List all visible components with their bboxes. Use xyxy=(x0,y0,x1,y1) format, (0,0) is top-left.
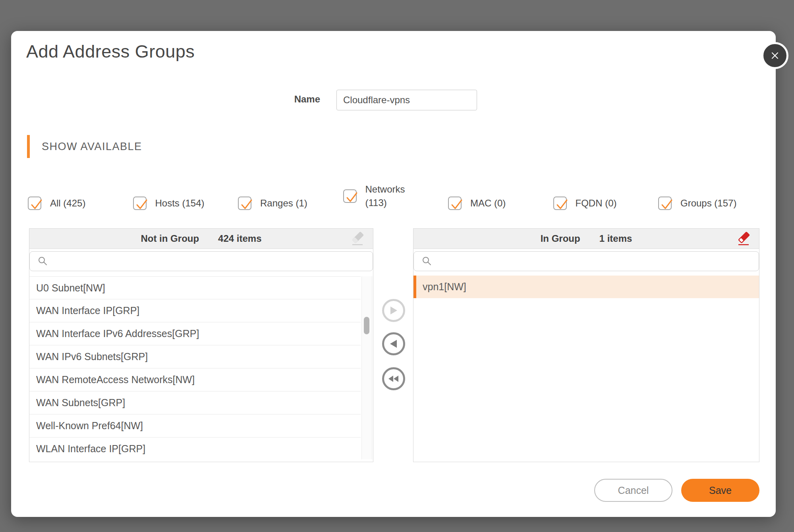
left-list-scrollbar[interactable] xyxy=(361,276,372,459)
search-icon xyxy=(422,256,432,266)
filter-mac[interactable]: MAC (0) xyxy=(448,189,506,218)
name-input[interactable] xyxy=(336,90,477,110)
filter-label-networks: Networks (113) xyxy=(365,183,407,209)
save-button[interactable]: Save xyxy=(681,479,759,502)
in-group-header: In Group 1 items xyxy=(413,229,759,249)
checkbox-mac[interactable] xyxy=(448,197,462,210)
filter-label-all: All (425) xyxy=(50,197,85,210)
list-item[interactable]: WAN Subnets[GRP] xyxy=(29,391,361,414)
section-label: SHOW AVAILABLE xyxy=(42,141,142,153)
checkbox-ranges[interactable] xyxy=(238,197,251,210)
eraser-icon xyxy=(350,231,365,247)
panel-count: 1 items xyxy=(599,233,632,244)
double-arrow-left-icon xyxy=(388,374,400,384)
cancel-button[interactable]: Cancel xyxy=(594,479,672,502)
remove-from-group-button[interactable] xyxy=(382,332,405,355)
checkbox-fqdn[interactable] xyxy=(553,197,567,210)
search-icon xyxy=(38,256,48,266)
checkbox-hosts[interactable] xyxy=(133,197,147,210)
filter-groups[interactable]: Groups (157) xyxy=(658,189,736,218)
group-member-item[interactable]: vpn1[NW] xyxy=(413,276,759,298)
not-in-group-header: Not in Group 424 items xyxy=(29,229,373,249)
panel-count: 424 items xyxy=(218,233,261,244)
not-in-group-panel: Not in Group 424 items xyxy=(29,228,373,462)
screen: Add Address Groups Name SHOW AVAILABLE A… xyxy=(0,0,794,532)
not-in-group-search-input[interactable] xyxy=(53,253,373,270)
remove-all-from-group-button[interactable] xyxy=(382,367,405,390)
move-to-group-button[interactable] xyxy=(382,299,405,322)
filter-hosts[interactable]: Hosts (154) xyxy=(133,189,205,218)
clear-group-button[interactable] xyxy=(736,231,751,247)
scrollbar-thumb[interactable] xyxy=(364,317,369,334)
arrow-left-icon xyxy=(389,339,398,349)
in-group-panel: In Group 1 items xyxy=(413,228,759,462)
panel-title: Not in Group xyxy=(141,233,199,244)
in-group-search xyxy=(413,251,759,271)
filter-ranges[interactable]: Ranges (1) xyxy=(238,189,307,218)
section-accent-bar xyxy=(27,135,30,158)
list-item[interactable]: WAN Interface IPv6 Addresses[GRP] xyxy=(29,322,361,345)
filter-all[interactable]: All (425) xyxy=(28,189,85,218)
list-item[interactable]: WAN RemoteAccess Networks[NW] xyxy=(29,368,361,391)
checkbox-groups[interactable] xyxy=(658,197,672,210)
list-item[interactable]: WAN Interface IP[GRP] xyxy=(29,299,361,322)
dialog-title: Add Address Groups xyxy=(26,41,195,62)
checkbox-all[interactable] xyxy=(28,197,41,210)
filter-fqdn[interactable]: FQDN (0) xyxy=(553,189,617,218)
show-available-section: SHOW AVAILABLE xyxy=(27,135,142,158)
list-item[interactable]: WLAN Interface IP[GRP] xyxy=(29,438,361,460)
clear-left-selection-button[interactable] xyxy=(350,231,365,247)
filter-label-hosts: Hosts (154) xyxy=(155,197,205,210)
filter-label-mac: MAC (0) xyxy=(470,197,506,210)
not-in-group-search xyxy=(29,251,373,271)
arrow-right-icon xyxy=(389,306,398,315)
close-icon xyxy=(769,50,781,62)
in-group-list: vpn1[NW] xyxy=(413,276,759,460)
not-in-group-list: U0 Subnet[NW]WAN Interface IP[GRP]WAN In… xyxy=(29,276,361,460)
in-group-search-input[interactable] xyxy=(437,253,759,270)
list-item[interactable]: Well-Known Pref64[NW] xyxy=(29,414,361,438)
filter-label-groups: Groups (157) xyxy=(680,197,736,210)
eraser-icon-red xyxy=(736,231,751,247)
name-label: Name xyxy=(280,94,320,105)
checkbox-networks[interactable] xyxy=(343,189,357,203)
close-button[interactable] xyxy=(761,42,788,69)
panel-title: In Group xyxy=(541,233,580,244)
filter-networks[interactable]: Networks (113) xyxy=(343,182,407,210)
filter-label-fqdn: FQDN (0) xyxy=(576,197,617,210)
list-item[interactable]: U0 Subnet[NW] xyxy=(29,276,361,299)
filter-label-ranges: Ranges (1) xyxy=(260,197,307,210)
list-item[interactable]: WAN IPv6 Subnets[GRP] xyxy=(29,345,361,368)
